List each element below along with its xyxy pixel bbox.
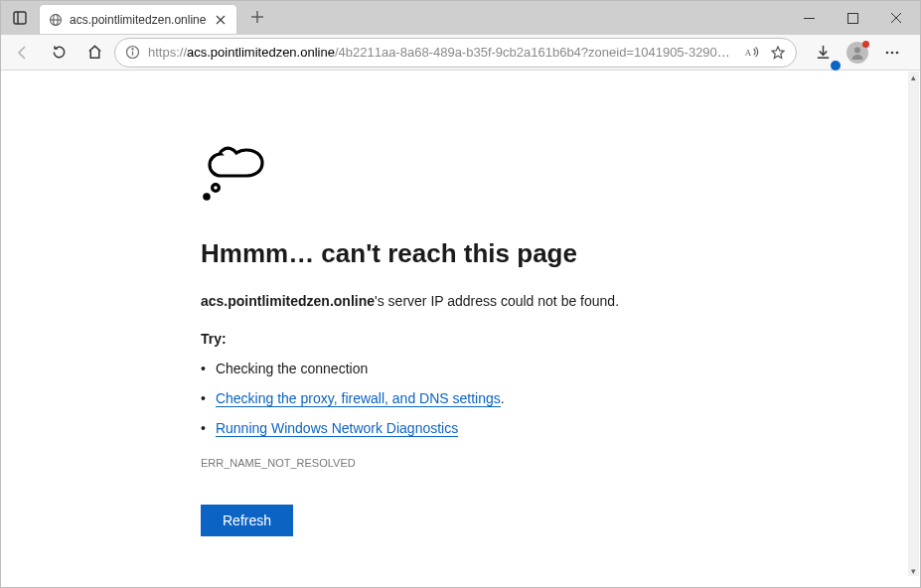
- downloads-button[interactable]: [807, 37, 839, 69]
- network-diagnostics-link[interactable]: Running Windows Network Diagnostics: [216, 420, 458, 437]
- read-aloud-icon[interactable]: A: [744, 45, 760, 61]
- suggestion-list: Checking the connection Checking the pro…: [201, 361, 678, 437]
- browser-tab[interactable]: acs.pointlimitedzen.online: [39, 4, 237, 34]
- vertical-scrollbar[interactable]: ▴ ▾: [908, 72, 919, 576]
- refresh-button[interactable]: [43, 37, 75, 69]
- suggestion-item: Running Windows Network Diagnostics: [201, 420, 678, 437]
- error-message: acs.pointlimitedzen.online's server IP a…: [201, 293, 678, 309]
- svg-rect-10: [847, 13, 857, 23]
- error-code: ERR_NAME_NOT_RESOLVED: [201, 457, 678, 469]
- new-tab-button[interactable]: [243, 3, 271, 31]
- site-globe-icon: [48, 12, 64, 28]
- proxy-settings-link[interactable]: Checking the proxy, firewall, and DNS se…: [216, 390, 501, 407]
- back-button[interactable]: [7, 37, 39, 69]
- tab-actions-button[interactable]: [5, 3, 35, 33]
- error-heading: Hmmm… can't reach this page: [201, 238, 678, 269]
- address-bar[interactable]: https://acs.pointlimitedzen.online/4b221…: [114, 38, 797, 68]
- thinking-cloud-icon: [201, 141, 678, 205]
- home-button[interactable]: [78, 37, 110, 69]
- window-minimize-button[interactable]: [787, 3, 831, 33]
- favorite-icon[interactable]: [770, 45, 786, 61]
- page-viewport: Hmmm… can't reach this page acs.pointlim…: [2, 72, 908, 576]
- tab-close-button[interactable]: [213, 12, 229, 28]
- tab-title: acs.pointlimitedzen.online: [70, 13, 207, 27]
- refresh-page-button[interactable]: Refresh: [201, 505, 293, 536]
- try-label: Try:: [201, 331, 678, 347]
- suggestion-item: Checking the connection: [201, 361, 678, 376]
- scroll-up-arrow[interactable]: ▴: [908, 72, 919, 82]
- svg-rect-0: [14, 12, 26, 24]
- svg-text:A: A: [745, 48, 752, 58]
- svg-point-21: [213, 185, 220, 192]
- svg-point-17: [854, 47, 860, 53]
- suggestion-item: Checking the proxy, firewall, and DNS se…: [201, 390, 678, 406]
- more-menu-button[interactable]: [876, 37, 908, 69]
- svg-point-20: [896, 51, 899, 54]
- url-text: https://acs.pointlimitedzen.online/4b221…: [148, 45, 736, 60]
- svg-point-22: [205, 195, 209, 199]
- window-titlebar: acs.pointlimitedzen.online: [1, 1, 920, 35]
- svg-point-15: [132, 49, 133, 50]
- error-page: Hmmm… can't reach this page acs.pointlim…: [2, 72, 678, 576]
- window-close-button[interactable]: [874, 3, 918, 33]
- browser-toolbar: https://acs.pointlimitedzen.online/4b221…: [1, 35, 920, 71]
- profile-avatar[interactable]: [846, 42, 868, 64]
- window-maximize-button[interactable]: [831, 3, 874, 33]
- downloads-badge: [831, 61, 841, 71]
- svg-point-18: [886, 51, 889, 54]
- scroll-down-arrow[interactable]: ▾: [908, 565, 919, 576]
- site-info-icon[interactable]: [125, 45, 140, 60]
- svg-point-19: [891, 51, 894, 54]
